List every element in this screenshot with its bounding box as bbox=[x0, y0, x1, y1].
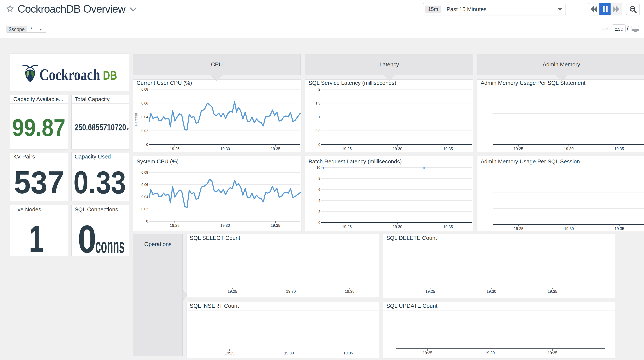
svg-text:19:30: 19:30 bbox=[392, 225, 402, 229]
svg-text:0.06: 0.06 bbox=[142, 183, 148, 187]
svg-text:19:30: 19:30 bbox=[564, 227, 574, 231]
svg-text:conns: conns bbox=[96, 234, 124, 256]
svg-text:19:25: 19:25 bbox=[228, 289, 237, 294]
svg-text:0: 0 bbox=[146, 220, 148, 223]
svg-text:19:30: 19:30 bbox=[392, 147, 402, 151]
svg-text:19:30: 19:30 bbox=[564, 147, 574, 151]
svg-text:GB: GB bbox=[127, 127, 129, 131]
svg-text:0.04: 0.04 bbox=[142, 195, 148, 199]
svg-text:Percent: Percent bbox=[134, 113, 138, 126]
svg-text:19:35: 19:35 bbox=[614, 147, 624, 151]
svg-text:4: 4 bbox=[318, 199, 320, 202]
svg-text:0.02: 0.02 bbox=[142, 207, 148, 211]
svg-text:0: 0 bbox=[318, 221, 320, 224]
svg-text:0.02: 0.02 bbox=[142, 129, 148, 133]
svg-text:537: 537 bbox=[14, 164, 64, 200]
svg-text:2: 2 bbox=[318, 210, 320, 214]
svg-text:6: 6 bbox=[318, 188, 320, 191]
svg-text:19:35: 19:35 bbox=[614, 227, 624, 231]
svg-text:0.5: 0.5 bbox=[316, 129, 320, 133]
svg-text:19:30: 19:30 bbox=[286, 289, 296, 294]
svg-text:19:25: 19:25 bbox=[170, 223, 180, 228]
svg-text:19:35: 19:35 bbox=[548, 289, 557, 294]
svg-text:19:30: 19:30 bbox=[486, 289, 496, 294]
svg-text:DB: DB bbox=[103, 68, 117, 82]
svg-text:19:30: 19:30 bbox=[220, 223, 230, 228]
svg-text:19:35: 19:35 bbox=[443, 225, 453, 229]
svg-text:99.87: 99.87 bbox=[12, 114, 66, 141]
svg-text:19:30: 19:30 bbox=[485, 351, 494, 355]
svg-text:19:25: 19:25 bbox=[514, 227, 523, 231]
svg-text:19:25: 19:25 bbox=[514, 147, 523, 151]
svg-text:1: 1 bbox=[29, 218, 44, 256]
svg-text:19:25: 19:25 bbox=[425, 289, 435, 294]
svg-text:19:30: 19:30 bbox=[220, 147, 230, 151]
svg-text:10: 10 bbox=[316, 166, 320, 169]
svg-text:19:25: 19:25 bbox=[422, 351, 432, 355]
svg-text:1.5: 1.5 bbox=[316, 101, 320, 105]
svg-text:19:25: 19:25 bbox=[225, 351, 234, 355]
svg-text:19:30: 19:30 bbox=[284, 351, 294, 355]
svg-text:19:25: 19:25 bbox=[170, 147, 180, 151]
svg-text:Cockroach: Cockroach bbox=[40, 65, 100, 83]
svg-text:0: 0 bbox=[318, 143, 320, 146]
svg-text:0.08: 0.08 bbox=[142, 88, 148, 91]
svg-text:0.04: 0.04 bbox=[142, 115, 148, 119]
svg-text:1: 1 bbox=[318, 115, 320, 119]
svg-text:19:35: 19:35 bbox=[343, 351, 353, 355]
svg-text:8: 8 bbox=[318, 177, 320, 180]
svg-text:0.33: 0.33 bbox=[74, 164, 126, 200]
svg-text:19:35: 19:35 bbox=[443, 147, 453, 151]
svg-text:19:35: 19:35 bbox=[548, 351, 557, 355]
svg-text:0.08: 0.08 bbox=[142, 171, 148, 174]
svg-text:0.06: 0.06 bbox=[142, 101, 148, 105]
svg-text:19:25: 19:25 bbox=[342, 225, 352, 229]
svg-text:250.6855710720: 250.6855710720 bbox=[74, 122, 126, 132]
svg-text:19:25: 19:25 bbox=[342, 147, 352, 151]
svg-text:0: 0 bbox=[146, 143, 148, 146]
svg-text:19:35: 19:35 bbox=[270, 147, 280, 151]
svg-text:19:35: 19:35 bbox=[270, 223, 280, 228]
svg-text:2: 2 bbox=[318, 88, 320, 91]
svg-text:0: 0 bbox=[78, 217, 96, 256]
svg-text:19:35: 19:35 bbox=[345, 289, 354, 294]
